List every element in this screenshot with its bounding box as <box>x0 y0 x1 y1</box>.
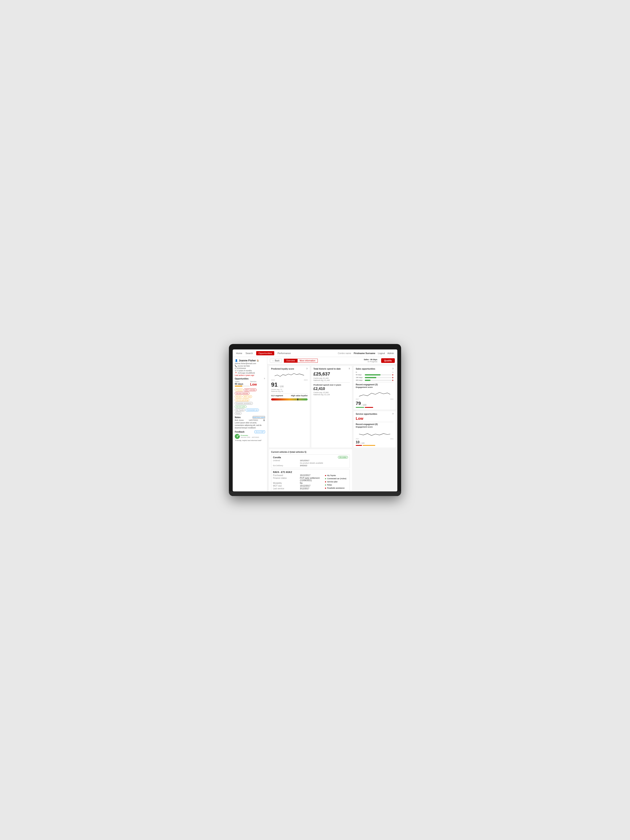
tab-buttons: Overview More information <box>284 359 318 363</box>
rav4-name: RAV4 - ET1 6GKZ <box>273 471 292 473</box>
add-notes-button[interactable]: Add/View notes <box>253 416 265 419</box>
loyalty-chart <box>271 371 308 379</box>
logout-button[interactable]: Logout <box>378 352 385 354</box>
opp-bar-label-90: 90 days <box>356 374 364 376</box>
nav-opportunities[interactable]: Opportunities <box>256 351 274 355</box>
feedback-section-label: Feedback <box>235 431 245 433</box>
note-author-name: Bob Jones <box>235 419 244 421</box>
service-eng-year-start: 2017 <box>356 438 359 439</box>
mytoyota-label: My Toyota <box>327 474 336 477</box>
loyalty-year-start: 2022 <box>271 379 275 381</box>
vehicle-corolla-1: Corolla On order Ordered 15/12/2017 No p… <box>271 455 350 468</box>
opp-bar-180: 180 days <box>356 377 393 379</box>
service-column-label: Service <box>250 381 265 383</box>
tags-row2: Recall MOT due Service pending <box>235 395 265 401</box>
more-info-tab[interactable]: More information <box>297 359 318 363</box>
h-label: H <box>356 371 357 373</box>
last-active: Last active 4 years ago <box>235 374 265 376</box>
overview-tab[interactable]: Overview <box>284 359 297 363</box>
phone-icon: 📞 <box>235 365 237 367</box>
hash-icon: # <box>235 367 236 369</box>
loyalty-year-end: 2023 <box>304 379 308 381</box>
customer-name: 👤 Joanne Fisher 🏠 <box>235 359 265 362</box>
note-author-row: Bob Jones 14/07/2021 🗑 <box>235 419 265 421</box>
go-to-csp-button[interactable]: Go to CSP <box>254 431 265 433</box>
sales-engagement-chart <box>356 390 393 398</box>
corolla-ordered-label: Ordered <box>273 459 298 461</box>
service-eng-year-end: 2021 <box>390 438 393 439</box>
clock-icon: ⏱ <box>235 369 237 372</box>
sales-opp-title: Sales opportunities <box>356 368 375 370</box>
service-eng-denom: / 100 <box>360 442 365 444</box>
note-date: 14/07/2021 <box>249 419 258 421</box>
customer-email: joanne.fisher@email.com <box>235 362 265 365</box>
hl-labels: H L <box>356 371 393 373</box>
back-button[interactable]: ← Back <box>270 359 282 363</box>
nav-search[interactable]: Search <box>245 351 253 355</box>
service-opportunities-card: Service opportunities ? Low Recent engag… <box>354 411 396 447</box>
rav4-purchased-date: 15/12/2017 <box>300 474 323 477</box>
corolla-1-no-details: No product details available <box>300 462 348 464</box>
admin-button[interactable]: Admin <box>387 352 394 354</box>
sales-badge-title: Sales - 90 days <box>364 358 377 361</box>
spend-title: Total historic spend to date <box>314 368 341 370</box>
trash-icon[interactable]: 🗑 <box>263 419 265 421</box>
vehicles-count-label: Current vehicles 2 (total vehicles 5) <box>271 451 350 453</box>
relax-dot: ● <box>325 484 326 486</box>
loyalty-help-icon: ? <box>306 368 308 370</box>
service-level-label: Low <box>356 417 393 421</box>
home-icon: 🏠 <box>257 360 259 362</box>
tag-finance: Finance <box>235 388 243 391</box>
sales-status-badge: Sales - 90 days In Progress <box>364 358 377 363</box>
rav4-mot-date: 15/12/2017 <box>300 485 323 487</box>
clv-bar <box>271 398 308 401</box>
promoter-type-label: Promoter <box>241 434 259 436</box>
corolla-1-name: Corolla <box>273 456 281 459</box>
right-panel: Sales opportunities ? H L 90 days <box>354 366 396 447</box>
loyalty-score-card: Predicted loyalty score ? 2022 2023 91 <box>269 366 310 447</box>
tag-roadside: Roadside assistance <box>235 402 253 405</box>
service-plan-label: Service plan <box>327 481 338 483</box>
service-recent-engagement-label: Recent engagment (0) <box>356 423 393 425</box>
clv-high-value-label: High value loyalist <box>291 395 308 398</box>
opportunities-section-label: Opportunities <box>235 377 249 380</box>
rav4-mobility-label: Motability <box>273 482 298 484</box>
l-label: L <box>393 371 393 373</box>
spend-centre-avg: Centre avg: £1,440 <box>314 377 350 379</box>
sales-eng-denom: / 100 <box>362 404 366 406</box>
notes-section-label: Notes <box>235 416 241 418</box>
opp-bar-label-365: 365 days <box>356 379 364 381</box>
rav4-finance-value: PCP early settlement (11/09/2021) <box>300 477 323 482</box>
sales-eng-score-value: 79 <box>356 401 361 406</box>
service-eng-score-title: Engagement score <box>356 426 393 428</box>
loyalty-national-avg: National avg: 81 <box>271 390 308 392</box>
top-bar: ← Back Overview More information Sales -… <box>267 357 397 364</box>
service-opp-title: Service opportunities <box>356 413 377 415</box>
tag-connected-car: Connected car <box>245 409 259 411</box>
corolla-1-badge: On order <box>338 456 348 459</box>
nav-home[interactable]: Home <box>236 351 242 355</box>
spend-national-avg: National avg: £1,440 <box>314 379 350 381</box>
pin-icon: 📍 <box>235 372 237 374</box>
sales-eng-year-end: 2021 <box>390 398 393 400</box>
vehicle-rav4: RAV4 - ET1 6GKZ Purchased 15/12/2017 ● M… <box>271 469 350 491</box>
qualify-button[interactable]: Qualify <box>381 358 395 363</box>
promoter-score-badge: 9 10 <box>235 434 240 439</box>
nav-performance[interactable]: Performance <box>278 351 291 355</box>
tag-mytoyota: My Toyota <box>235 409 245 411</box>
opp-bar-365: 365 days <box>356 379 393 381</box>
rav4-mot-label: MOT due <box>273 485 298 487</box>
navigation: Home Search Opportunities Performance Ce… <box>233 349 397 357</box>
sales-opportunities-card: Sales opportunities ? H L 90 days <box>354 366 396 409</box>
sales-eng-year-start: 2017 <box>356 398 359 400</box>
rav4-last-service-label: Last service <box>273 488 298 490</box>
corolla-est-date: 3/4/2022 <box>300 464 323 467</box>
corolla-est-label: Est Delivery <box>273 464 298 467</box>
sales-days-value: 90 days <box>235 383 250 385</box>
rav4-purchased-label: Purchased <box>273 474 298 477</box>
feature-mytoyota: ● My Toyota <box>325 474 348 477</box>
corolla-ordered-date: 15/12/2017 <box>300 459 323 461</box>
service-eng-score-value: 10 <box>356 441 360 444</box>
rav4-finance-label: Finance status <box>273 477 298 482</box>
loyalty-denom: / 100 <box>278 385 284 388</box>
